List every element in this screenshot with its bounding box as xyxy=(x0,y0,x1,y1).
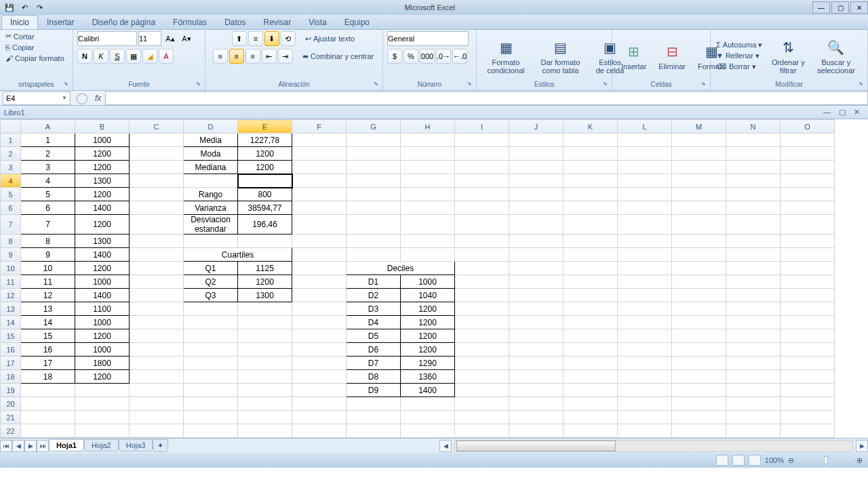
col-header-O[interactable]: O xyxy=(781,120,835,134)
cell-F13[interactable] xyxy=(292,302,347,316)
cell-O18[interactable] xyxy=(781,370,835,384)
cell-E15[interactable] xyxy=(238,329,292,343)
cell-L12[interactable] xyxy=(618,289,672,302)
cell-A19[interactable] xyxy=(21,384,75,397)
cell-A8[interactable]: 8 xyxy=(21,235,75,248)
cell-M6[interactable] xyxy=(672,201,726,215)
cell-D4[interactable] xyxy=(184,174,238,188)
merge-center-button[interactable]: ⬌Combinar y centrar xyxy=(301,52,376,62)
cell-B3[interactable]: 1200 xyxy=(75,161,130,174)
cell-G6[interactable] xyxy=(347,201,401,215)
cell-C22[interactable] xyxy=(130,424,184,438)
cell-D12[interactable]: Q3 xyxy=(184,289,238,302)
cell-J19[interactable] xyxy=(509,384,564,397)
cell-O10[interactable] xyxy=(781,262,835,275)
normal-view-button[interactable] xyxy=(716,455,728,466)
font-color-button[interactable]: A xyxy=(159,49,174,64)
cell-I1[interactable] xyxy=(455,134,509,147)
cell-F21[interactable] xyxy=(292,411,347,424)
cell-K2[interactable] xyxy=(564,147,618,161)
cell-A20[interactable] xyxy=(21,397,75,411)
zoom-thumb[interactable] xyxy=(824,456,828,464)
cell-G15[interactable]: D5 xyxy=(347,329,401,343)
cut-button[interactable]: ✂Cortar xyxy=(4,31,36,41)
cell-J11[interactable] xyxy=(509,275,564,289)
cell-I6[interactable] xyxy=(455,201,509,215)
sort-filter-button[interactable]: ⇅Ordenar y filtrar xyxy=(766,35,810,77)
cell-L13[interactable] xyxy=(618,302,672,316)
row-header-8[interactable]: 8 xyxy=(1,235,21,248)
cell-C4[interactable] xyxy=(130,174,184,188)
cell-O6[interactable] xyxy=(781,201,835,215)
cell-D10[interactable]: Q1 xyxy=(184,262,238,275)
cell-I7[interactable] xyxy=(455,215,509,235)
cell-L19[interactable] xyxy=(618,384,672,397)
cell-G12[interactable]: D2 xyxy=(347,289,401,302)
cell-F20[interactable] xyxy=(292,397,347,411)
cell-L2[interactable] xyxy=(618,147,672,161)
row-header-5[interactable]: 5 xyxy=(1,188,21,201)
cell-H16[interactable]: 1200 xyxy=(401,343,455,357)
cell-E17[interactable] xyxy=(238,357,292,370)
cell-C6[interactable] xyxy=(130,201,184,215)
cell-G18[interactable]: D8 xyxy=(347,370,401,384)
cell-F14[interactable] xyxy=(292,316,347,329)
zoom-out-button[interactable]: ⊖ xyxy=(788,456,794,465)
cell-I3[interactable] xyxy=(455,161,509,174)
cell-L17[interactable] xyxy=(618,357,672,370)
cell-F4[interactable] xyxy=(292,174,347,188)
cell-I21[interactable] xyxy=(455,411,509,424)
cell-I15[interactable] xyxy=(455,329,509,343)
cell-M22[interactable] xyxy=(672,424,726,438)
cell-I16[interactable] xyxy=(455,343,509,357)
cell-J22[interactable] xyxy=(509,424,564,438)
cell-M9[interactable] xyxy=(672,248,726,262)
col-header-K[interactable]: K xyxy=(564,120,618,134)
cell-L4[interactable] xyxy=(618,174,672,188)
cell-E21[interactable] xyxy=(238,411,292,424)
cell-J18[interactable] xyxy=(509,370,564,384)
cell-C12[interactable] xyxy=(130,289,184,302)
cell-F2[interactable] xyxy=(292,147,347,161)
row-header-15[interactable]: 15 xyxy=(1,329,21,343)
cell-A22[interactable] xyxy=(21,424,75,438)
col-header-C[interactable]: C xyxy=(130,120,184,134)
cell-J4[interactable] xyxy=(509,174,564,188)
copy-button[interactable]: ⎘Copiar xyxy=(4,43,35,52)
format-table-button[interactable]: ▤Dar formato como tabla xyxy=(534,35,587,77)
cell-E20[interactable] xyxy=(238,397,292,411)
fill-button[interactable]: ▼Rellenar▾ xyxy=(715,51,764,61)
cell-L21[interactable] xyxy=(618,411,672,424)
cell-H21[interactable] xyxy=(401,411,455,424)
cell-N6[interactable] xyxy=(726,201,781,215)
cell-N19[interactable] xyxy=(726,384,781,397)
cell-M19[interactable] xyxy=(672,384,726,397)
cell-J9[interactable] xyxy=(509,248,564,262)
cell-A6[interactable]: 6 xyxy=(21,201,75,215)
find-select-button[interactable]: 🔍Buscar y seleccionar xyxy=(812,35,859,77)
cell-H13[interactable]: 1200 xyxy=(401,302,455,316)
cell-O20[interactable] xyxy=(781,397,835,411)
cell-A18[interactable]: 18 xyxy=(21,370,75,384)
cell-G2[interactable] xyxy=(347,147,401,161)
cell-F18[interactable] xyxy=(292,370,347,384)
cell-K22[interactable] xyxy=(564,424,618,438)
col-header-B[interactable]: B xyxy=(75,120,130,134)
cell-C10[interactable] xyxy=(130,262,184,275)
cell-G14[interactable]: D4 xyxy=(347,316,401,329)
cell-H3[interactable] xyxy=(401,161,455,174)
cell-G7[interactable] xyxy=(347,215,401,235)
cell-N16[interactable] xyxy=(726,343,781,357)
cell-O5[interactable] xyxy=(781,188,835,201)
cell-K13[interactable] xyxy=(564,302,618,316)
cell-N12[interactable] xyxy=(726,289,781,302)
cell-G16[interactable]: D6 xyxy=(347,343,401,357)
cell-J6[interactable] xyxy=(509,201,564,215)
row-header-20[interactable]: 20 xyxy=(1,397,21,411)
cell-A7[interactable]: 7 xyxy=(21,215,75,235)
cell-M7[interactable] xyxy=(672,215,726,235)
cell-M1[interactable] xyxy=(672,134,726,147)
cell-D14[interactable] xyxy=(184,316,238,329)
cell-E5[interactable]: 800 xyxy=(238,188,292,201)
cell-F22[interactable] xyxy=(292,424,347,438)
